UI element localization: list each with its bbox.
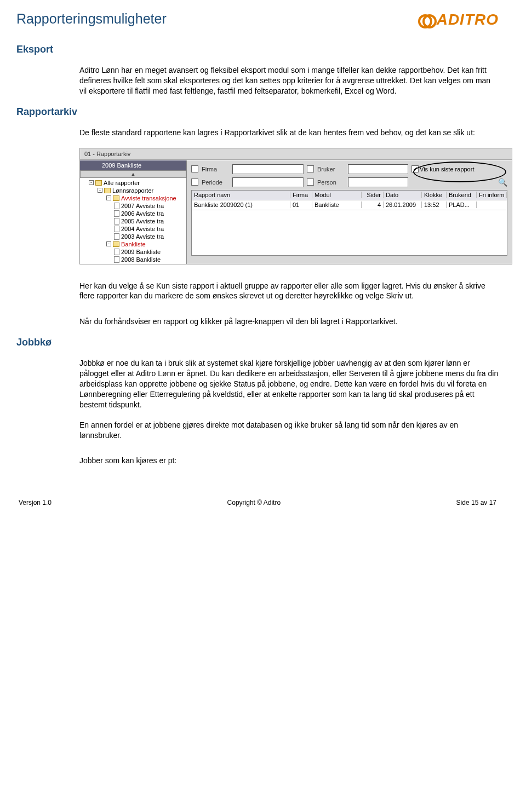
report-grid: Rapport navn Firma Modul Sider Dato Klok… <box>191 190 507 256</box>
grid-row[interactable]: Bankliste 2009020 (1) 01 Bankliste 4 26.… <box>192 200 507 210</box>
tree-node-label: Bankliste <box>121 241 146 247</box>
firma-checkbox[interactable] <box>191 165 198 172</box>
folder-open-icon <box>104 188 111 193</box>
person-label: Person <box>317 179 345 186</box>
eksport-paragraph: Aditro Lønn har en meget avansert og fle… <box>79 65 499 96</box>
vis-kun-label: Vis kun siste rapport <box>420 166 474 172</box>
page-header: Rapporteringsmuligheter ADITRO <box>16 11 499 28</box>
bruker-input[interactable] <box>348 164 408 174</box>
search-icon[interactable]: 🔍 <box>498 178 507 187</box>
heading-eksport: Eksport <box>16 44 499 55</box>
tree-node-label: 2006 Avviste tra <box>121 210 164 217</box>
col-dato[interactable]: Dato <box>384 192 422 198</box>
rapportarkiv-after-2: Når du forhåndsviser en rapport og klikk… <box>79 316 499 327</box>
page-title: Rapporteringsmuligheter <box>16 11 167 27</box>
report-tree: 2009 Bankliste ▲ -Alle rapporter-Lønnsra… <box>80 160 187 264</box>
rapportarkiv-after-1: Her kan du velge å se Kun siste rapport … <box>79 281 499 302</box>
cell-dato: 26.01.2009 <box>384 201 422 208</box>
footer-copyright: Copyright © Aditro <box>227 499 281 506</box>
tree-header: 2009 Bankliste <box>80 160 186 170</box>
periode-checkbox[interactable] <box>191 178 198 186</box>
document-icon <box>114 203 119 209</box>
cell-rapportnavn: Bankliste 2009020 (1) <box>192 201 290 208</box>
firma-label: Firma <box>202 166 229 172</box>
periode-label: Periode <box>202 179 229 186</box>
person-input[interactable] <box>348 177 408 187</box>
heading-jobbko: Jobbkø <box>16 337 499 348</box>
document-icon <box>114 256 119 263</box>
grid-header: Rapport navn Firma Modul Sider Dato Klok… <box>192 191 507 200</box>
tree-node-label: Lønnsrapporter <box>112 187 153 194</box>
aditro-logo: ADITRO <box>418 11 499 28</box>
tree-node[interactable]: -Lønnsrapporter <box>82 187 186 194</box>
person-checkbox[interactable] <box>307 178 314 186</box>
folder-open-icon <box>113 241 119 247</box>
expand-toggle-icon[interactable]: - <box>106 195 111 200</box>
tree-node[interactable]: 2008 Bankliste <box>82 256 186 263</box>
jobbko-p1: Jobbkø er noe du kan ta i bruk slik at s… <box>79 358 499 410</box>
tree-node[interactable]: -Alle rapporter <box>82 179 186 187</box>
tree-node-label: 2009 Bankliste <box>121 249 161 255</box>
document-icon <box>114 218 119 224</box>
tree-node[interactable]: -Avviste transaksjone <box>82 194 186 202</box>
cell-sider: 4 <box>362 201 384 208</box>
folder-open-icon <box>95 180 102 186</box>
footer-page: Side 15 av 17 <box>456 499 496 506</box>
expand-toggle-icon[interactable]: - <box>89 180 94 185</box>
tree-node[interactable]: 2007 Avviste tra <box>82 202 186 210</box>
document-icon <box>114 233 119 240</box>
filter-row-2: Periode Person 🔍 <box>191 177 507 188</box>
col-modul[interactable]: Modul <box>312 192 362 198</box>
jobbko-p2: En annen fordel er at jobbene gjøres dir… <box>79 420 499 441</box>
filter-and-grid-pane: Firma Bruker ✔ Vis kun siste rapport Per… <box>187 160 512 264</box>
screenshot-body: 2009 Bankliste ▲ -Alle rapporter-Lønnsra… <box>80 160 512 264</box>
document-icon <box>114 226 119 232</box>
folder-open-icon <box>113 195 119 201</box>
col-friinform[interactable]: Fri inform <box>477 192 507 198</box>
col-firma[interactable]: Firma <box>290 192 312 198</box>
bruker-checkbox[interactable] <box>307 165 314 172</box>
cell-klokke: 13:52 <box>422 201 447 208</box>
col-klokke[interactable]: Klokke <box>422 192 447 198</box>
logo-rings-icon <box>418 13 434 26</box>
rapportarkiv-screenshot: 01 - Rapportarkiv 2009 Bankliste ▲ -Alle… <box>79 148 512 264</box>
scroll-up-button[interactable]: ▲ <box>80 170 186 178</box>
filter-row-1: Firma Bruker ✔ Vis kun siste rapport <box>191 164 507 175</box>
tree-node-label: 2003 Avviste tra <box>121 233 164 240</box>
jobbko-p3: Jobber som kan kjøres er pt: <box>79 456 499 466</box>
heading-rapportarkiv: Rapportarkiv <box>16 106 499 118</box>
tree-node-label: 2008 Bankliste <box>121 256 161 263</box>
tree-node[interactable]: 2006 Avviste tra <box>82 210 186 217</box>
expand-toggle-icon[interactable]: - <box>98 188 102 193</box>
rapportarkiv-intro: De fleste standard rapportene kan lagres… <box>79 128 499 138</box>
tree-node[interactable]: 2005 Avviste tra <box>82 217 186 225</box>
vis-kun-checkbox[interactable]: ✔ <box>411 165 419 172</box>
page-footer: Versjon 1.0 Copyright © Aditro Side 15 a… <box>16 499 499 506</box>
footer-version: Versjon 1.0 <box>19 499 52 506</box>
tree-node-label: Alle rapporter <box>104 180 140 186</box>
cell-bruker: PLAD... <box>447 201 477 208</box>
tree-node[interactable]: 2009 Bankliste <box>82 248 186 256</box>
tree-node[interactable]: -Bankliste <box>82 240 186 248</box>
cell-firma: 01 <box>290 201 312 208</box>
firma-input[interactable] <box>232 164 304 174</box>
bruker-label: Bruker <box>317 166 345 172</box>
tree-node-label: 2004 Avviste tra <box>121 226 164 232</box>
document-icon <box>114 249 119 255</box>
logo-text: ADITRO <box>437 11 499 28</box>
tree-node-label: 2007 Avviste tra <box>121 203 164 209</box>
cell-modul: Bankliste <box>312 201 362 208</box>
document-icon <box>114 210 119 217</box>
col-brukerid[interactable]: Brukerid <box>447 192 477 198</box>
col-sider[interactable]: Sider <box>362 192 384 198</box>
screenshot-titlebar: 01 - Rapportarkiv <box>80 148 512 160</box>
tree-node[interactable]: 2004 Avviste tra <box>82 225 186 233</box>
col-rapportnavn[interactable]: Rapport navn <box>192 192 290 198</box>
expand-toggle-icon[interactable]: - <box>106 241 111 246</box>
tree-node[interactable]: 2003 Avviste tra <box>82 233 186 240</box>
tree-node-label: Avviste transaksjone <box>121 195 176 201</box>
tree-list: -Alle rapporter-Lønnsrapporter-Avviste t… <box>80 178 186 264</box>
tree-node-label: 2005 Avviste tra <box>121 218 164 224</box>
periode-input[interactable] <box>232 177 304 187</box>
